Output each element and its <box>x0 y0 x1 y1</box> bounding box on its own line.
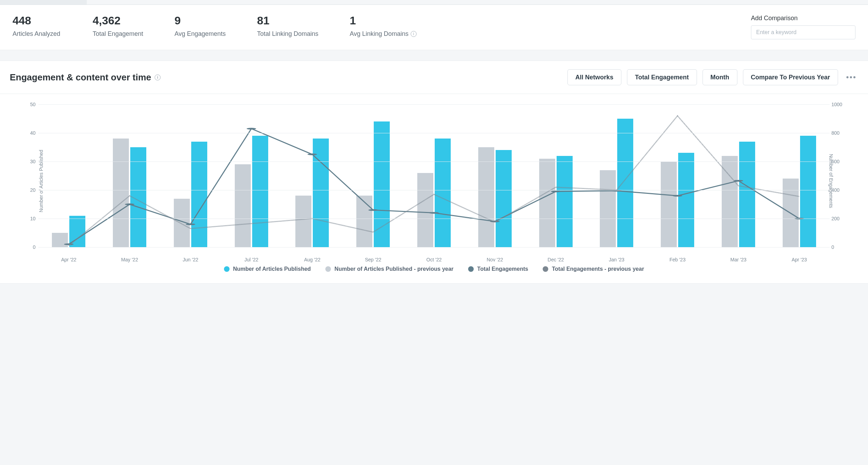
bar-previous[interactable] <box>295 196 311 247</box>
bar-group <box>647 104 708 247</box>
stat-value: 1 <box>350 15 417 27</box>
y-tick-left: 20 <box>25 187 36 193</box>
gridline <box>38 133 830 133</box>
bar-group <box>586 104 647 247</box>
stat-value: 4,362 <box>93 15 143 27</box>
bar-group <box>525 104 586 247</box>
bar-current[interactable] <box>617 119 633 247</box>
chart-title: Engagement & content over time i <box>10 72 161 83</box>
legend-item-engagements-current[interactable]: Total Engagements <box>468 266 528 272</box>
filter-granularity-button[interactable]: Month <box>703 69 737 85</box>
bar-current[interactable] <box>435 139 451 247</box>
legend-label: Number of Articles Published - previous … <box>334 266 454 272</box>
bar-previous[interactable] <box>722 156 738 247</box>
chart-frame: Number of Articles Published Number of E… <box>21 101 847 261</box>
stat-label-text: Avg Linking Domains <box>350 30 409 38</box>
x-tick-label: Oct '22 <box>426 257 442 262</box>
y-tick-left: 30 <box>25 159 36 164</box>
chart-header: Engagement & content over time i All Net… <box>0 61 868 94</box>
stat-articles-analyzed: 448 Articles Analyzed <box>13 15 61 38</box>
y-tick-left: 40 <box>25 130 36 136</box>
legend-item-engagements-previous[interactable]: Total Engagements - previous year <box>543 266 644 272</box>
bar-current[interactable] <box>800 136 816 247</box>
bar-previous[interactable] <box>539 159 555 247</box>
x-tick-label: Sep '22 <box>365 257 381 262</box>
stat-label: Articles Analyzed <box>13 30 61 38</box>
bar-current[interactable] <box>374 121 390 247</box>
y-tick-right: 400 <box>831 187 847 193</box>
bar-previous[interactable] <box>356 196 372 247</box>
stat-label: Avg Engagements <box>175 30 226 38</box>
comparison-input[interactable] <box>751 25 855 39</box>
legend-item-articles-previous[interactable]: Number of Articles Published - previous … <box>325 266 454 272</box>
bar-current[interactable] <box>313 139 329 247</box>
stat-value: 448 <box>13 15 61 27</box>
legend-label: Total Engagements - previous year <box>552 266 644 272</box>
stat-total-linking-domains: 81 Total Linking Domains <box>257 15 318 38</box>
gridline <box>38 104 830 105</box>
y-tick-right: 200 <box>831 216 847 221</box>
more-menu-icon[interactable] <box>844 73 858 81</box>
filter-metric-button[interactable]: Total Engagement <box>627 69 697 85</box>
bar-current[interactable] <box>252 136 268 247</box>
bar-current[interactable] <box>69 216 85 247</box>
bar-group <box>160 104 221 247</box>
info-icon[interactable]: i <box>411 31 417 37</box>
x-tick-label: Apr '23 <box>792 257 807 262</box>
x-tick-label: Nov '22 <box>487 257 503 262</box>
y-tick-left: 0 <box>25 244 36 250</box>
y-tick-left: 10 <box>25 216 36 221</box>
x-tick-label: Jan '23 <box>609 257 625 262</box>
legend-swatch <box>543 266 548 272</box>
bar-group <box>282 104 343 247</box>
bar-previous[interactable] <box>174 199 190 247</box>
chart-body: Number of Articles Published Number of E… <box>0 94 868 283</box>
stat-value: 81 <box>257 15 318 27</box>
bar-group <box>99 104 160 247</box>
add-comparison: Add Comparison <box>751 15 855 39</box>
legend-swatch <box>325 266 331 272</box>
x-tick-label: Apr '22 <box>61 257 76 262</box>
bar-current[interactable] <box>557 156 573 247</box>
x-tick-label: May '22 <box>121 257 138 262</box>
bar-group <box>38 104 99 247</box>
y-tick-right: 1000 <box>831 102 847 107</box>
bar-previous[interactable] <box>235 164 251 247</box>
comparison-label: Add Comparison <box>751 15 855 22</box>
stat-label: Total Engagement <box>93 30 143 38</box>
chart-plot: Apr '22May '22Jun '22Jul '22Aug '22Sep '… <box>38 104 830 247</box>
gridline <box>38 190 830 190</box>
y-tick-right: 600 <box>831 159 847 164</box>
legend-label: Total Engagements <box>477 266 528 272</box>
x-tick-label: Feb '23 <box>669 257 685 262</box>
bar-group <box>404 104 465 247</box>
bar-current[interactable] <box>130 147 146 247</box>
chart-title-text: Engagement & content over time <box>10 72 151 83</box>
gridline <box>38 161 830 162</box>
bar-group <box>769 104 830 247</box>
bar-previous[interactable] <box>52 233 68 247</box>
chart-legend: Number of Articles Published Number of A… <box>7 261 861 280</box>
bar-group <box>221 104 282 247</box>
bar-previous[interactable] <box>783 179 799 247</box>
bar-current[interactable] <box>739 142 755 247</box>
bar-group <box>708 104 769 247</box>
bar-previous[interactable] <box>417 173 433 247</box>
x-tick-label: Jul '22 <box>245 257 258 262</box>
filter-networks-button[interactable]: All Networks <box>567 69 621 85</box>
bar-current[interactable] <box>678 153 694 247</box>
info-icon[interactable]: i <box>155 74 161 80</box>
y-tick-right: 0 <box>831 244 847 250</box>
bar-previous[interactable] <box>113 139 129 247</box>
bar-previous[interactable] <box>661 161 677 247</box>
stat-avg-linking-domains: 1 Avg Linking Domains i <box>350 15 417 38</box>
legend-item-articles-current[interactable]: Number of Articles Published <box>224 266 311 272</box>
bar-group <box>464 104 525 247</box>
bar-current[interactable] <box>191 142 207 247</box>
bar-previous[interactable] <box>478 147 494 247</box>
legend-label: Number of Articles Published <box>233 266 311 272</box>
bar-previous[interactable] <box>600 170 616 247</box>
stat-avg-engagements: 9 Avg Engagements <box>175 15 226 38</box>
compare-button[interactable]: Compare To Previous Year <box>743 69 838 85</box>
bar-current[interactable] <box>496 150 512 247</box>
